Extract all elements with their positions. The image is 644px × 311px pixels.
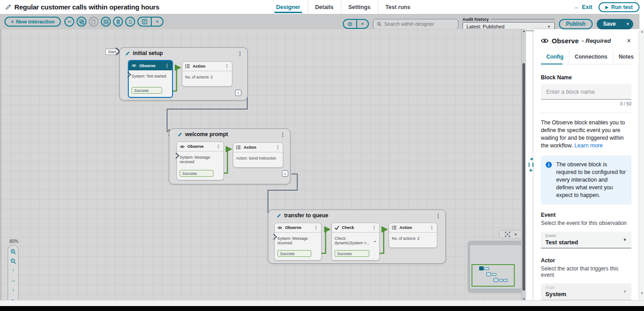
action-list-icon — [392, 225, 397, 230]
copy-button[interactable] — [77, 17, 86, 27]
block-menu-icon[interactable]: ⋮ — [372, 225, 376, 230]
block-body-text: No. of actions: 2 — [185, 75, 213, 79]
zoom-out-button[interactable] — [9, 257, 17, 265]
zoom-in-button[interactable] — [9, 248, 17, 255]
action-block[interactable]: Action ⋮ No. of actions: 2 — [182, 61, 232, 87]
close-icon[interactable]: ✕ — [626, 37, 631, 44]
block-body-text: System: Message received — [180, 155, 221, 164]
zoom-out-icon — [10, 258, 16, 264]
interaction-menu-icon[interactable]: ⋮ — [237, 51, 243, 56]
action-block[interactable]: Action ⋮ No. of actions: 2 — [389, 223, 437, 248]
success-branch[interactable]: Success — [335, 250, 369, 257]
panel-tab-notes[interactable]: Notes — [613, 51, 639, 64]
fit-view-icon[interactable] — [505, 232, 510, 237]
save-button[interactable]: Save — [597, 19, 622, 29]
top-tabs: Designer Details Settings Test runs — [269, 0, 417, 14]
app-screen: Regular customer calls within operating … — [0, 0, 644, 311]
pan-down-button[interactable]: ↓ — [9, 286, 17, 293]
block-name-input[interactable] — [541, 84, 631, 100]
block-body-text: No. of actions: 2 — [392, 236, 419, 241]
publish-button[interactable]: Publish — [559, 19, 593, 29]
collapse-left-icon[interactable]: ◀ — [530, 157, 532, 161]
trash-icon — [116, 19, 121, 24]
interaction-initial-setup[interactable]: initial setup ⋮ Observe ⋮ System: Test s… — [119, 47, 248, 101]
panel-title: Observe — [552, 37, 579, 45]
block-header-label: Action — [193, 64, 222, 69]
check-block[interactable]: Check ⋮ Check: dynamic(System >...⌄ Succ… — [331, 223, 380, 261]
block-menu-icon[interactable]: ⋮ — [276, 145, 280, 150]
panel-tab-config[interactable]: Config — [541, 51, 569, 64]
save-options-caret[interactable]: ▼ — [622, 19, 633, 29]
pan-up-button[interactable]: ↑ — [9, 267, 17, 274]
interaction-transfer-to-queue[interactable]: transfer to queue ⋮ Observe ⋮ System: Me… — [268, 210, 446, 264]
interaction-welcome-prompt[interactable]: welcome prompt ⋮ Observe ⋮ System: Messa… — [169, 128, 290, 184]
minimap[interactable] — [467, 241, 524, 293]
interaction-menu-icon[interactable]: ⋮ — [280, 132, 286, 137]
run-test-button[interactable]: ▶Run test — [599, 2, 639, 12]
tab-settings[interactable]: Settings — [341, 0, 378, 14]
more-grid-button[interactable] — [125, 17, 135, 27]
actor-select[interactable]: Actor System ▼ — [541, 284, 631, 300]
designer-search[interactable] — [373, 19, 458, 29]
tab-test-runs[interactable]: Test runs — [378, 0, 417, 14]
observe-block[interactable]: Observe ⋮ System: Message received Succe… — [274, 223, 322, 261]
edit-interaction-icon[interactable] — [177, 132, 182, 137]
block-menu-icon[interactable]: ⋮ — [216, 144, 221, 149]
learn-more-link[interactable]: Learn more — [575, 142, 603, 149]
expand-right-icon[interactable]: ▶ — [530, 168, 532, 172]
plus-icon: + — [11, 19, 14, 24]
connection-port[interactable]: 1 — [235, 90, 241, 96]
block-menu-icon[interactable]: ⋮ — [165, 64, 169, 68]
exit-link[interactable]: ←Exit — [574, 4, 592, 10]
info-icon — [545, 161, 552, 168]
designer-canvas[interactable]: Start initial setup ⋮ Observe ⋮ System: … — [0, 29, 526, 301]
cut-button[interactable]: ✂ — [64, 17, 74, 27]
interaction-title: initial setup — [133, 50, 163, 56]
block-entry-chevron-icon — [176, 153, 180, 159]
event-select[interactable]: Event Test started ▼ — [541, 232, 631, 248]
action-block[interactable]: Action ⋮ Action: Send instruction — [233, 142, 283, 168]
scroll-up-icon[interactable]: ▲ — [522, 29, 526, 32]
view-options-caret[interactable]: ▼ — [151, 18, 163, 26]
observe-block[interactable]: Observe ⋮ System: Test started Success — [128, 60, 173, 98]
view-card-button[interactable] — [138, 18, 151, 26]
page-scrollbar[interactable]: ▲ ▼ — [640, 29, 644, 301]
interaction-menu-icon[interactable]: ⋮ — [435, 213, 441, 219]
page-scroll-up-icon[interactable]: ▲ — [640, 30, 644, 33]
actor-heading: Actor — [541, 257, 631, 264]
search-input[interactable] — [384, 21, 454, 27]
page-scroll-down-icon[interactable]: ▼ — [640, 292, 644, 295]
page-bottom-strip — [0, 300, 644, 306]
tab-designer[interactable]: Designer — [269, 0, 308, 14]
copy-icon — [79, 19, 84, 24]
connection-port[interactable]: 1 — [282, 170, 288, 177]
success-branch[interactable]: Success — [132, 87, 162, 94]
observe-block[interactable]: Observe ⋮ System: Message received Succe… — [177, 142, 224, 180]
block-menu-icon[interactable]: ⋮ — [314, 225, 318, 230]
canvas-settings-button[interactable]: ⚙ — [344, 20, 356, 28]
edit-interaction-icon[interactable] — [277, 213, 281, 218]
back-arrow-icon: ← — [574, 4, 580, 10]
delete-button[interactable] — [113, 17, 123, 27]
group-blocks-button[interactable] — [101, 17, 111, 27]
interaction-title: transfer to queue — [284, 212, 328, 219]
block-menu-icon[interactable]: ⋮ — [430, 225, 434, 230]
tab-details[interactable]: Details — [308, 0, 341, 14]
chevron-down-icon[interactable]: ⌄ — [373, 238, 376, 243]
canvas-vertical-scrollbar[interactable]: ▲ ▼ — [521, 29, 526, 301]
paste-button[interactable] — [89, 17, 99, 27]
edit-interaction-icon[interactable] — [125, 51, 130, 56]
block-menu-icon[interactable]: ⋮ — [225, 64, 229, 69]
block-body-text: System: Test started — [132, 74, 166, 78]
block-body-text: Action: Send instruction — [236, 156, 276, 160]
pan-right-button[interactable]: → — [9, 276, 17, 284]
panel-tab-connections[interactable]: Connections — [569, 51, 613, 64]
fit-view-caret[interactable]: ▼ — [514, 233, 517, 237]
success-branch[interactable]: Success — [277, 250, 311, 257]
success-branch[interactable]: Success — [180, 170, 213, 177]
new-interaction-button[interactable]: +New interaction — [5, 17, 61, 27]
canvas-settings-caret[interactable]: ▼ — [356, 20, 368, 28]
caret-down-icon: ▼ — [623, 289, 627, 294]
edit-title-icon[interactable] — [5, 4, 11, 10]
caret-down-icon: ▼ — [547, 25, 551, 29]
